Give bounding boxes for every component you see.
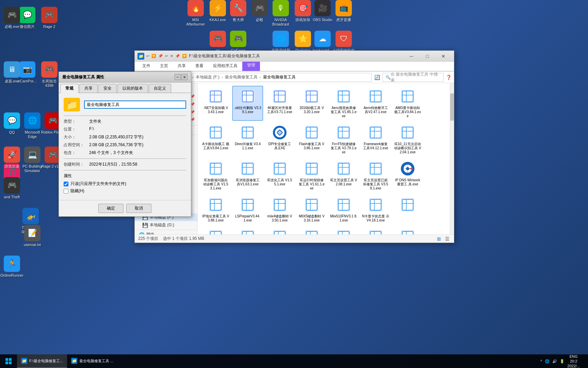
explorer-minimize-button[interactable]: ─ — [404, 51, 419, 61]
desktop-icon-droneauto[interactable]: 🚀 游戏加速 — [0, 147, 24, 169]
tray-chevron[interactable]: ^ — [540, 359, 542, 363]
file-item-4k[interactable]: ✂ 4K窗区对齐查看 工具V3.71.1.exe — [264, 86, 295, 121]
file-item-iehome2[interactable]: IE主页设置已损 坏修复工具 V3.58.1.exe — [360, 158, 391, 193]
dialog-cancel-button[interactable]: 取消 — [126, 204, 151, 213]
file-item-flash[interactable]: Flash修复工具 V3.86.1.exe — [296, 122, 327, 157]
desktop-icon-bida[interactable]: 🎮 必殴 — [248, 0, 272, 22]
view-list-button[interactable]: ☰ — [444, 235, 451, 242]
file-item-amd[interactable]: AMD显卡驱动卸 载工具V3.84.1.exe — [392, 86, 423, 121]
scrollbar-thumb[interactable] — [450, 93, 454, 121]
file-item-ncard[interactable]: N卡显卡状态显 示V4.18.1.exe — [360, 194, 391, 225]
file-item-2016[interactable]: ✂ 2016卸载工具 V3.20.1.exe — [296, 86, 327, 121]
desktop-icon-msi[interactable]: 🔥 MSI Afterburner — [184, 0, 208, 27]
file-item-ipdns[interactable]: IP DNS Winsock重置工 具.exe — [392, 158, 423, 193]
file-item-ipview[interactable]: IP地址查看工具 V3.88.1.exe — [200, 194, 231, 225]
file-item-ieload[interactable]: IE加载项问题自 动诊断工具 V1.53.1.exe — [200, 158, 231, 193]
ribbon-tab-home[interactable]: 主页 — [155, 62, 173, 71]
file-item-tool35[interactable] — [392, 226, 423, 234]
taskbar-time[interactable]: ENG 20:2 2022/... — [567, 354, 580, 368]
ribbon-tab-share[interactable]: 共享 — [173, 62, 191, 71]
dialog-close-button[interactable]: ✕ — [181, 74, 187, 80]
file-item-miix510[interactable]: Miix510FNV3.1 8.1.exe — [328, 194, 359, 225]
file-item-tool31[interactable] — [264, 226, 295, 234]
file-item-aero1[interactable]: Aero视觉效果修 复工具 V1.85.1.exe — [328, 86, 359, 121]
tray-volume[interactable]: 🔊 — [552, 359, 557, 364]
folder-name-input[interactable] — [84, 101, 186, 109]
file-item-ieopt[interactable]: IE优化工具 V1.55.1.exe — [264, 158, 295, 193]
desktop-icon-nvidia[interactable]: 🎙 NVIDIA Broadcast — [269, 0, 293, 27]
file-item-iebrowser[interactable]: IE浏览器修复工 具V1.63.1.exe — [232, 158, 263, 193]
explorer-title-close-toolbar[interactable]: ✕ — [170, 54, 173, 58]
desktop-icon-huya[interactable]: 📺 虎牙直播 — [332, 0, 356, 22]
address-part-disk: 本地磁盘 (F:) — [196, 74, 219, 80]
file-item-old[interactable]: ✂ .old文件删除 V3.39.1.exe — [232, 86, 263, 121]
refresh-button[interactable]: 🔄 — [373, 73, 381, 81]
file-item-ie10[interactable]: IE10_11无法启动 动诊断识别工具 V2.04.1.exe — [392, 122, 423, 157]
file-item-aero2[interactable]: Aero特效断开工 具V2.47.1.exe — [360, 86, 391, 121]
file-item-dpi[interactable]: DPI专业修复工 具.EXE — [264, 122, 295, 157]
explorer-title-pin[interactable]: 📌 — [158, 54, 163, 58]
desktop-icon-geforce[interactable]: 🎮 GeForce — [226, 31, 250, 53]
ribbon-tab-file[interactable]: 文件 — [137, 62, 155, 71]
dialog-minimize-button[interactable]: ─ — [175, 74, 181, 80]
file-item-tool30[interactable] — [232, 226, 263, 234]
ribbon-tab-apptool[interactable]: 应用程序工具 — [208, 62, 242, 71]
dialog-tab-previous[interactable]: 以前的版本 — [117, 84, 148, 93]
help-button[interactable]: ❓ — [445, 74, 452, 81]
dialog-tab-custom[interactable]: 自定义 — [149, 84, 171, 93]
dialog-confirm-button[interactable]: 确定 — [98, 204, 124, 213]
explorer-close-button[interactable]: ✕ — [436, 51, 451, 61]
explorer-title-dropdown[interactable]: 🔽 — [182, 54, 187, 58]
dialog-tab-security[interactable]: 安全 — [98, 84, 117, 93]
explorer-scrollbar[interactable] — [450, 83, 454, 234]
desktop-icon-baidu[interactable]: ☁ baidunetd... — [311, 31, 334, 53]
desktop-icon-game1[interactable]: 🎮 必殴.exe — [0, 7, 24, 29]
file-item-ieerr[interactable]: IE运行时报错修 复工具 V1.61.1.exe — [296, 158, 327, 193]
file-item-tool29[interactable] — [200, 226, 231, 234]
file-item-lsp[interactable]: LSPrepairV3.44. 1.exe — [232, 194, 263, 225]
desktop-icon-andtheft[interactable]: 🎮 and Theft — [0, 177, 24, 199]
file-item-miix4[interactable]: miix4键盘翻转 V3.50.1.exe — [264, 194, 295, 225]
sidebar-item-network[interactable]: 🌐 网络 — [135, 231, 197, 234]
start-button[interactable] — [0, 354, 17, 368]
file-item-tool28[interactable] — [392, 194, 423, 225]
svg-rect-120 — [242, 231, 253, 234]
file-item-framework[interactable]: Framework修复 工具V4.12.1.exe — [360, 122, 391, 157]
desktop-icon-uservar[interactable]: 📝 uservar.ini — [20, 225, 44, 247]
taskbar-item-explorer2[interactable]: 📁 最全电脑修复工具 ... — [67, 354, 117, 368]
file-item-tool33[interactable] — [328, 226, 359, 234]
ribbon-tab-manage[interactable]: 管理 — [242, 62, 260, 71]
dialog-tab-general[interactable]: 常规 — [60, 84, 79, 93]
desktop-icon-rage2[interactable]: 🎮 Rage 2 — [37, 7, 61, 29]
file-item-acard[interactable]: A卡驱动加载工 载工具V3.84.1.exe — [200, 122, 231, 157]
desktop-icon-shengsi[interactable]: 🎮 生死狙击 4399 — [37, 61, 61, 88]
desktop-icon-desktop[interactable]: 🖥 桌面.exe — [0, 61, 24, 83]
dialog-tab-share[interactable]: 共享 — [79, 84, 98, 93]
sidebar-item-drive-g[interactable]: 💾 本地磁盘 (G:) — [135, 221, 197, 229]
address-bar[interactable]: 此电脑 › 本地磁盘 (F:) › 最全电脑修复工具 › 最全电脑修复工具 — [175, 73, 372, 82]
explorer-title-pin2[interactable]: 📌 — [175, 54, 180, 58]
file-item-net[interactable]: ✂ .NET安装卸载 V3.43.1.exe — [200, 86, 231, 121]
file-item-miix5[interactable]: MIIX5键盘翻转 V3.16.1.exe — [296, 194, 327, 225]
desktop-icon-luda[interactable]: 🔧 鲁大师 — [226, 0, 250, 22]
taskbar-item-explorer1[interactable]: 📁 F:\最全电脑修复工... — [17, 354, 67, 368]
desktop-icon-obs[interactable]: 🎥 OBS Studio — [311, 0, 334, 22]
view-large-icons-button[interactable]: ⊞ — [436, 235, 442, 242]
explorer-maximize-button[interactable]: □ — [420, 51, 435, 61]
file-item-tool32[interactable] — [296, 226, 327, 234]
file-item-directx[interactable]: DirectX修复 V3.41.1.exe — [232, 122, 263, 157]
file-item-iehome[interactable]: IE主页设置工具 V2.08.1.exe — [328, 158, 359, 193]
desktop-icon-runner[interactable]: 🏃 OnlineRunner — [0, 256, 24, 278]
explorer-title-undo[interactable]: ↩ — [165, 54, 168, 58]
file-icon-tool32 — [304, 229, 320, 234]
ribbon-tab-view[interactable]: 查看 — [191, 62, 208, 71]
svg-text:✂: ✂ — [212, 92, 214, 94]
file-item-fn[interactable]: Fn+F5快捷键修 复工具 V2.79.1.exe — [328, 122, 359, 157]
desktop-icon-huorong[interactable]: 🛡 火绒安全软件 — [332, 31, 356, 53]
desktop-icon-wuxian[interactable]: 🌐 无限局域网 — [269, 31, 293, 53]
readonly-checkbox[interactable] — [64, 182, 68, 186]
tray-network: 🌐 — [545, 359, 550, 364]
file-item-tool34[interactable] — [360, 226, 391, 234]
search-bar[interactable]: 🔍 在 最全电脑修复工具 中搜索 — [382, 73, 444, 82]
hidden-checkbox[interactable] — [64, 189, 68, 194]
